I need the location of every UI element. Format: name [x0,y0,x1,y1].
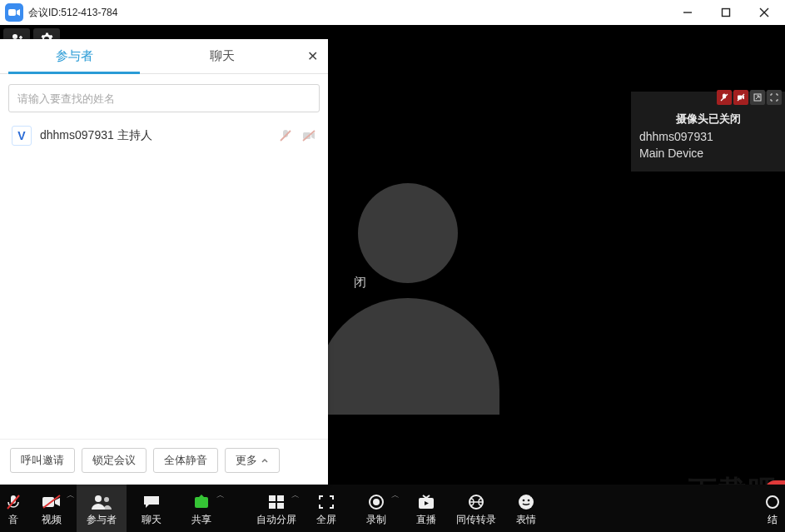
mic-muted-icon[interactable] [717,90,732,105]
toolbar-participants[interactable]: 参与者 [77,485,127,532]
svg-rect-0 [8,9,16,16]
svg-rect-19 [277,495,284,501]
svg-point-23 [373,499,380,505]
svg-point-15 [95,495,102,502]
toolbar-participants-label: 参与者 [87,513,117,527]
tab-participants[interactable]: 参与者 [0,39,148,73]
svg-rect-2 [723,9,730,17]
main-video-badge: 闭 [354,275,366,291]
window-close-button[interactable] [745,0,783,25]
svg-rect-21 [277,503,284,509]
toolbar-audio-label: 音 [8,513,18,527]
toolbar-audio[interactable]: 音 [0,485,27,532]
svg-point-16 [104,497,109,502]
svg-point-27 [523,500,525,502]
svg-point-30 [767,496,778,508]
tile-camera-label: 摄像头已关闭 [639,112,777,127]
toolbar-emoji[interactable]: + 表情 [501,485,551,532]
pip-icon[interactable] [750,90,765,105]
expand-icon[interactable] [767,90,782,105]
participants-panel: 参与者 聊天 ✕ V dhhms097931 主持人 呼叫邀请 锁定会议 全体静… [0,39,328,485]
toolbar-transcribe[interactable]: 同传转录 [451,485,501,532]
tab-chat[interactable]: 聊天 [148,39,296,73]
toolbar-autosplit-label: 自动分屏 [256,513,296,527]
toolbar-fullscreen[interactable]: 全屏 [301,485,351,532]
mute-all-button[interactable]: 全体静音 [153,448,218,473]
toolbar-live[interactable]: 直播 [401,485,451,532]
svg-rect-17 [195,497,208,508]
toolbar-autosplit[interactable]: ︿ 自动分屏 [251,485,301,532]
app-icon [5,3,23,22]
toolbar-record[interactable]: ︿ 录制 [351,485,401,532]
camera-off-icon [301,128,316,143]
toolbar-chat-label: 聊天 [142,513,161,527]
toolbar-record-label: 录制 [366,513,386,527]
panel-close-button[interactable]: ✕ [296,39,328,73]
toolbar-live-label: 直播 [416,513,436,527]
more-button[interactable]: 更多 [225,448,280,473]
toolbar-fullscreen-label: 全屏 [316,513,336,527]
window-minimize-button[interactable] [668,0,707,25]
svg-rect-18 [269,495,276,501]
window-maximize-button[interactable] [707,0,745,25]
participants-search-input[interactable] [8,84,320,112]
toolbar-chat[interactable]: 聊天 [127,485,176,532]
invite-button[interactable]: 呼叫邀请 [10,448,75,473]
svg-rect-20 [269,503,276,509]
tile-username: dhhms097931 [639,130,777,143]
chevron-up-icon[interactable]: ︿ [291,490,300,501]
toolbar-end-label: 结 [768,513,778,527]
toolbar-video-label: 视频 [42,513,62,527]
participant-row[interactable]: V dhhms097931 主持人 [0,119,328,152]
participant-avatar: V [12,126,32,146]
self-view-tile[interactable]: 摄像头已关闭 dhhms097931 Main Device [631,92,785,172]
chevron-up-icon[interactable]: ︿ [67,490,75,501]
lock-meeting-button[interactable]: 锁定会议 [82,448,147,473]
toolbar-share[interactable]: ︿ 共享 [176,485,226,532]
chevron-up-icon[interactable]: ︿ [391,490,400,501]
bottom-toolbar: 音 ︿ 视频 参与者 聊天 ︿ 共享 ︿ 自动分屏 全屏 [0,485,785,532]
toolbar-end[interactable]: 结 [760,485,785,532]
toolbar-transcribe-label: 同传转录 [456,513,496,527]
svg-text:+: + [530,494,534,500]
camera-off-icon[interactable] [733,90,748,105]
mic-muted-icon [278,128,293,143]
participant-name: dhhms097931 主持人 [40,128,270,143]
toolbar-video[interactable]: ︿ 视频 [27,485,77,532]
main-video-placeholder [316,183,499,416]
toolbar-emoji-label: 表情 [516,513,536,527]
tile-device: Main Device [639,147,777,160]
toolbar-share-label: 共享 [191,513,211,527]
window-title: 会议ID:512-413-784 [28,6,117,20]
svg-point-28 [528,500,530,502]
chevron-up-icon[interactable]: ︿ [216,490,225,501]
